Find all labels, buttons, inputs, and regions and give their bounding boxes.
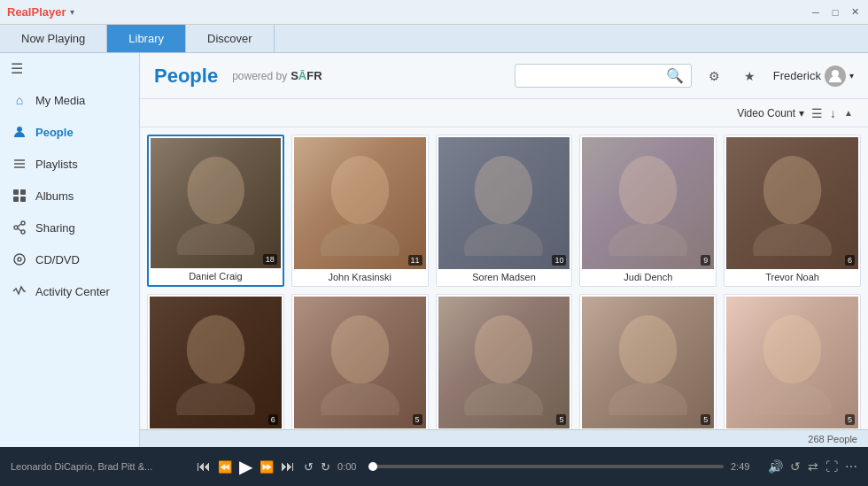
svg-point-34 (763, 315, 821, 383)
svg-point-17 (176, 222, 254, 255)
disc-icon (11, 251, 28, 268)
playback-bar: Leonardo DiCaprio, Brad Pitt &... ⏮ ⏪ ▶ … (0, 447, 868, 486)
refresh-button[interactable]: ↻ (321, 460, 330, 474)
person-name: Trevor Noah (763, 269, 821, 284)
progress-bar[interactable] (373, 465, 724, 468)
settings-button[interactable]: ⚙ (702, 64, 727, 89)
person-photo: 5 (294, 297, 426, 428)
sort-button[interactable]: Video Count ▾ (737, 107, 804, 120)
play-button[interactable]: ▶ (239, 456, 252, 477)
grid-icon (11, 187, 28, 204)
sidebar-item-my-media[interactable]: ⌂ My Media (0, 84, 139, 116)
person-card-pierce-brosnan[interactable]: 5Pierce Brosnan (291, 294, 429, 429)
search-input[interactable] (523, 70, 661, 82)
svg-point-19 (321, 223, 399, 256)
progress-thumb[interactable] (368, 462, 377, 471)
search-box[interactable]: 🔍 (515, 64, 692, 88)
close-button[interactable]: ✕ (849, 6, 861, 19)
app-chevron-icon: ▾ (70, 7, 74, 17)
tab-now-playing[interactable]: Now Playing (0, 25, 107, 52)
shuffle-button[interactable]: ⇄ (808, 459, 818, 474)
person-name: Soren Madsen (470, 269, 538, 284)
volume-button[interactable]: 🔊 (768, 459, 783, 474)
total-time: 2:49 (731, 461, 759, 472)
svg-point-0 (17, 127, 22, 132)
svg-point-32 (619, 315, 677, 383)
maximize-button[interactable]: □ (829, 6, 841, 19)
person-card-lashana-lynch[interactable]: 6Lashana Lynch (147, 294, 284, 429)
repeat-button[interactable]: ↺ (304, 460, 314, 474)
people-grid: 18Daniel Craig 11John Krasinski 10Soren … (147, 135, 861, 429)
people-count: 268 People (808, 434, 857, 444)
svg-point-15 (832, 70, 839, 77)
sidebar-item-cd-dvd[interactable]: CD/DVD (0, 243, 139, 275)
svg-line-11 (18, 224, 21, 227)
svg-rect-6 (13, 197, 19, 202)
svg-rect-7 (20, 197, 26, 202)
fast-forward-button[interactable]: ⏩ (260, 460, 274, 474)
person-card-trevor-noah[interactable]: 6Trevor Noah (724, 135, 861, 287)
loop-button[interactable]: ↺ (790, 459, 801, 474)
person-card-eva-green[interactable]: 5Eva Green (579, 294, 717, 429)
person-name: Pierce Brosnan (325, 428, 395, 429)
video-count-badge: 6 (845, 255, 855, 266)
people-grid-wrapper[interactable]: 18Daniel Craig 11John Krasinski 10Soren … (140, 127, 868, 429)
svg-point-31 (464, 382, 543, 415)
sidebar-item-people[interactable]: People (0, 116, 139, 148)
person-name: John Krasinski (326, 269, 393, 284)
sidebar-item-playlists[interactable]: Playlists (0, 148, 139, 180)
svg-point-10 (21, 230, 25, 234)
tab-library[interactable]: Library (107, 25, 186, 52)
skip-back-button[interactable]: ⏮ (197, 459, 211, 474)
person-card-emily-blunt[interactable]: 5Emily Blunt (724, 294, 861, 429)
person-photo: 10 (438, 137, 570, 269)
person-name: Roger Moore (474, 428, 534, 429)
svg-point-30 (475, 315, 532, 383)
share-icon (11, 219, 28, 236)
window-controls: ─ □ ✕ (810, 6, 861, 19)
sort-chevron-icon: ▾ (799, 107, 804, 120)
scrollbar-hint: ▲ (843, 108, 854, 118)
person-name: Judi Dench (622, 269, 674, 284)
svg-point-18 (330, 156, 388, 224)
video-count-badge: 5 (845, 414, 855, 425)
house-icon: ⌂ (11, 91, 28, 109)
svg-point-13 (14, 254, 25, 265)
activity-icon (11, 282, 28, 300)
person-card-roger-moore[interactable]: 5Roger Moore (436, 294, 573, 429)
person-photo: 6 (150, 297, 282, 428)
svg-point-16 (187, 157, 244, 224)
person-card-soren-madsen[interactable]: 10Soren Madsen (436, 135, 573, 287)
user-section[interactable]: Frederick ▾ (773, 66, 854, 87)
skip-forward-button[interactable]: ⏭ (281, 459, 295, 474)
sidebar-menu-icon[interactable]: ☰ (0, 53, 139, 84)
view-list-button[interactable]: ☰ (811, 106, 823, 120)
svg-line-12 (18, 228, 21, 231)
person-card-daniel-craig[interactable]: 18Daniel Craig (147, 135, 284, 287)
more-button[interactable]: ⋯ (845, 459, 857, 474)
video-count-badge: 10 (552, 255, 566, 266)
person-photo: 18 (151, 138, 281, 268)
rewind-button[interactable]: ⏪ (218, 460, 232, 474)
view-list-icon: ☰ (811, 106, 823, 120)
favorites-button[interactable]: ★ (738, 64, 763, 89)
person-photo: 6 (726, 137, 858, 269)
view-sort-down-button[interactable]: ↓ (830, 106, 836, 120)
sidebar-item-albums[interactable]: Albums (0, 180, 139, 212)
sidebar-item-sharing[interactable]: Sharing (0, 212, 139, 243)
sidebar-item-activity-center[interactable]: Activity Center (0, 275, 139, 307)
tab-discover[interactable]: Discover (186, 25, 275, 52)
video-count-badge: 6 (268, 414, 278, 425)
svg-point-8 (21, 221, 25, 225)
person-card-judi-dench[interactable]: 9Judi Dench (579, 135, 717, 287)
person-name: Eva Green (623, 428, 673, 429)
person-card-john-krasinski[interactable]: 11John Krasinski (291, 135, 429, 287)
minimize-button[interactable]: ─ (810, 6, 822, 19)
person-icon (11, 123, 28, 141)
person-photo: 5 (438, 297, 570, 428)
video-count-badge: 9 (701, 255, 710, 266)
search-icon: 🔍 (666, 67, 684, 84)
main-area: ☰ ⌂ My Media People Playlists (0, 53, 868, 447)
fullscreen-button[interactable]: ⛶ (825, 459, 838, 474)
svg-point-27 (176, 382, 255, 415)
